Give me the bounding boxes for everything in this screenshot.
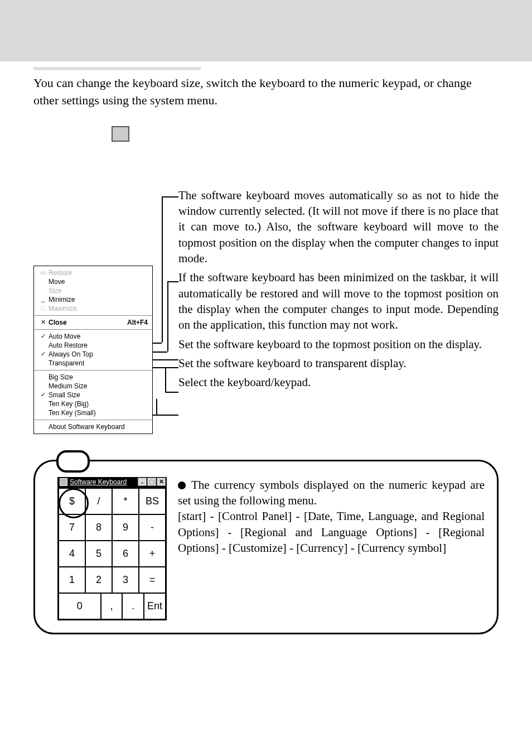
key-8[interactable]: 8 [85, 514, 112, 541]
key-comma[interactable]: , [101, 593, 123, 619]
key-3[interactable]: 3 [112, 567, 139, 593]
key-4[interactable]: 4 [59, 541, 85, 567]
menu-item-transparent[interactable]: Transparent [38, 359, 148, 368]
page-header-band [0, 0, 532, 61]
key-slash[interactable]: / [85, 488, 112, 514]
close-button[interactable]: ✕ [157, 478, 166, 486]
section-heading-underline [33, 67, 201, 70]
close-icon: ✕ [40, 319, 46, 326]
close-shortcut: Alt+F4 [127, 319, 148, 326]
menu-diagram: ▭Restore Move Size _Minimize □Maximize ✕… [33, 192, 499, 443]
note-tab [56, 450, 90, 473]
menu-item-close[interactable]: ✕CloseAlt+F4 [38, 318, 148, 327]
key-backspace[interactable]: BS [139, 488, 166, 514]
menu-item-move[interactable]: Move [38, 277, 148, 286]
key-9[interactable]: 9 [112, 514, 139, 541]
menu-item-size[interactable]: Size [38, 286, 148, 295]
key-6[interactable]: 6 [112, 541, 139, 567]
key-0[interactable]: 0 [59, 593, 101, 619]
menu-item-medium-size[interactable]: Medium Size [38, 382, 148, 391]
minimize-icon: _ [40, 296, 46, 302]
maximize-button[interactable]: ▢ [147, 478, 156, 486]
menu-item-restore[interactable]: ▭Restore [38, 268, 148, 277]
connector-line [173, 359, 178, 360]
menu-item-auto-move[interactable]: ✓Auto Move [38, 332, 148, 341]
menu-item-small-size[interactable]: ✓Small Size [38, 391, 148, 399]
intro-text: You can change the keyboard size, switch… [33, 75, 499, 109]
key-7[interactable]: 7 [59, 514, 85, 541]
menu-item-about[interactable]: About Software Keyboard [38, 422, 148, 431]
keypad-title-icon [60, 478, 67, 486]
key-equals[interactable]: = [139, 567, 166, 593]
keypad-title: Software Keyboard [70, 478, 137, 486]
connector-line [162, 196, 163, 343]
menu-item-ten-key-big[interactable]: Ten Key (Big) [38, 399, 148, 408]
note-box: Software Keyboard - ▢ ✕ $ / * BS [33, 460, 499, 634]
key-minus[interactable]: - [139, 514, 166, 541]
key-1[interactable]: 1 [59, 567, 85, 593]
check-icon: ✓ [40, 350, 46, 358]
connector-line [165, 367, 166, 392]
menu-item-auto-restore[interactable]: Auto Restore [38, 341, 148, 350]
key-enter[interactable]: Ent [144, 593, 166, 619]
note-text: The currency symbols displayed on the nu… [178, 477, 485, 620]
maximize-icon: □ [40, 305, 46, 311]
minimize-button[interactable]: - [138, 478, 147, 486]
bullet-icon [178, 481, 186, 489]
system-menu-titlebar-icon [112, 126, 129, 142]
explain-transparent: Set the software keyboard to transparent… [178, 355, 499, 371]
key-plus[interactable]: + [139, 541, 166, 567]
system-menu-dropdown: ▭Restore Move Size _Minimize □Maximize ✕… [33, 266, 153, 434]
explain-always-on-top: Set the software keyboard to the topmost… [178, 336, 499, 352]
connector-line [165, 392, 178, 393]
connector-line [156, 399, 157, 415]
explain-auto-move: The software keyboard moves automaticall… [178, 187, 499, 267]
explain-auto-restore: If the software keyboard has been minimi… [178, 269, 499, 333]
menu-item-maximize[interactable]: □Maximize [38, 304, 148, 313]
key-star[interactable]: * [112, 488, 139, 514]
connector-line [162, 196, 178, 198]
key-5[interactable]: 5 [85, 541, 112, 567]
highlight-circle [59, 488, 89, 518]
restore-icon: ▭ [40, 269, 46, 276]
check-icon: ✓ [40, 391, 46, 398]
menu-item-always-on-top[interactable]: ✓Always On Top [38, 350, 148, 359]
explain-keyboard-size: Select the keyboard/keypad. [178, 374, 499, 390]
menu-item-minimize[interactable]: _Minimize [38, 295, 148, 304]
menu-item-big-size[interactable]: Big Size [38, 373, 148, 382]
menu-item-ten-key-small[interactable]: Ten Key (Small) [38, 408, 148, 417]
keypad-titlebar: Software Keyboard - ▢ ✕ [57, 477, 167, 487]
check-icon: ✓ [40, 333, 46, 340]
key-2[interactable]: 2 [85, 567, 112, 593]
key-dot[interactable]: . [122, 593, 144, 619]
connector-line [167, 281, 178, 282]
connector-line [167, 281, 168, 351]
